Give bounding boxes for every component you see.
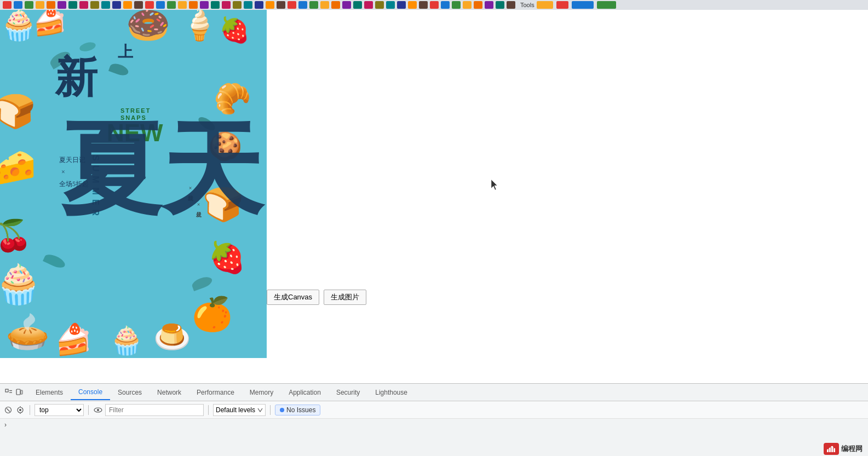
toolbar-icon: [200, 1, 209, 9]
toolbar-icon: [375, 1, 384, 9]
brand-text: 编程网: [841, 444, 863, 454]
toolbar-icon: [101, 1, 110, 9]
no-issues-dot: [280, 408, 284, 412]
tab-elements[interactable]: Elements: [28, 385, 71, 400]
console-filter-input[interactable]: [105, 404, 204, 416]
leaf-deco: [48, 49, 73, 69]
svg-rect-3: [16, 389, 20, 395]
leaf-deco: [43, 252, 67, 270]
svg-rect-13: [827, 449, 829, 452]
toolbar-icon: [386, 1, 395, 9]
toolbar-icon: [485, 1, 493, 9]
food-icecream: 🍦: [181, 10, 219, 43]
devtools-left-controls: [4, 388, 24, 397]
toolbar-icon: [452, 1, 461, 9]
console-chevron-icon: ›: [4, 421, 7, 429]
console-settings-icon[interactable]: [15, 405, 25, 415]
inspect-element-icon[interactable]: [4, 388, 13, 397]
tab-application[interactable]: Application: [281, 385, 329, 400]
food-berry: 🍓: [219, 15, 250, 44]
food-tart: 🥧: [5, 311, 50, 353]
poster-snaps-text: SNAPS: [120, 114, 147, 121]
toolbar-divider-2: [88, 405, 89, 415]
food-cherry: 🍒: [0, 218, 32, 253]
toolbar-icon: [320, 1, 329, 9]
svg-line-6: [7, 408, 10, 412]
toolbar-icon: [14, 1, 22, 9]
toolbar-icon: [537, 1, 553, 9]
poster-background: 🧁 🍰 🍩 🍦 🍓 🍞 🧀 🍒 🧁 🥧 🥐 🍪 🍞 🍓 🍊 🍰 🧁 🍮: [0, 10, 267, 358]
devtools-tabs-row: Elements Console Sources Network Perform…: [0, 384, 868, 401]
tab-performance[interactable]: Performance: [189, 385, 242, 400]
toolbar-icon: [47, 1, 55, 9]
console-levels-dropdown[interactable]: Default levels: [213, 404, 266, 416]
food-muffin: 🧁: [0, 10, 38, 43]
toolbar-icon: [496, 1, 504, 9]
svg-rect-4: [21, 390, 22, 394]
browser-toolbar: Tools: [0, 0, 868, 10]
toolbar-icon: [364, 1, 373, 9]
toolbar-icon: [266, 1, 274, 9]
no-issues-badge[interactable]: No Issues: [275, 405, 320, 415]
console-prompt: ›: [4, 421, 7, 429]
console-content-area: ›: [0, 419, 868, 456]
brand-logo: 编程网: [824, 443, 863, 455]
tab-lighthouse[interactable]: Lighthouse: [367, 385, 415, 400]
toolbar-icon: [572, 1, 594, 9]
device-toggle-icon[interactable]: [15, 388, 24, 397]
tab-console[interactable]: Console: [71, 385, 110, 400]
toolbar-icon: [353, 1, 362, 9]
poster-summer-text: SUMMER: [90, 155, 100, 220]
food-bottom2: 🧁: [110, 325, 143, 356]
toolbar-divider: [30, 405, 30, 415]
toolbar-icon: [79, 1, 88, 9]
console-visibility-icon[interactable]: [93, 405, 103, 415]
toolbar-tools-label: Tools: [520, 2, 534, 8]
food-bottom1: 🍰: [55, 322, 93, 357]
toolbar-icon: [189, 1, 198, 9]
tab-security[interactable]: Security: [329, 385, 367, 400]
svg-point-12: [97, 409, 99, 411]
leaf-deco: [79, 41, 97, 53]
food-roll: 🍞: [203, 185, 244, 224]
food-cookie: 🍪: [208, 130, 242, 162]
console-source-select[interactable]: top: [35, 404, 84, 416]
generate-image-button[interactable]: 生成图片: [324, 290, 366, 305]
toolbar-icon: [58, 1, 66, 9]
toolbar-icon: [244, 1, 252, 9]
toolbar-icon: [277, 1, 285, 9]
food-bottom3: 🍮: [153, 319, 191, 355]
toolbar-icon: [556, 1, 568, 9]
brand-icon: [824, 443, 839, 455]
tab-network[interactable]: Network: [150, 385, 189, 400]
toolbar-icon: [342, 1, 351, 9]
console-levels-label: Default levels: [216, 406, 255, 414]
toolbar-icon: [167, 1, 176, 9]
toolbar-icon: [331, 1, 340, 9]
toolbar-icon: [178, 1, 187, 9]
toolbar-icon: [222, 1, 231, 9]
generate-canvas-button[interactable]: 生成Canvas: [267, 290, 319, 305]
toolbar-icon: [597, 1, 616, 9]
toolbar-divider-4: [270, 405, 271, 415]
toolbar-icon: [123, 1, 132, 9]
tab-memory[interactable]: Memory: [242, 385, 281, 400]
toolbar-icon: [145, 1, 154, 9]
toolbar-icon: [397, 1, 406, 9]
toolbar-icon: [3, 1, 12, 9]
right-area: [267, 10, 868, 383]
clear-console-icon[interactable]: [3, 405, 13, 415]
tab-sources[interactable]: Sources: [110, 385, 150, 400]
poster-subtitle1: 夏天日记: [59, 153, 85, 166]
food-cake: 🍰: [33, 10, 67, 37]
leaf-deco: [191, 275, 214, 291]
poster-small-text1: ×我就是我: [186, 185, 194, 191]
poster-area: 🧁 🍰 🍩 🍦 🍓 🍞 🧀 🍒 🧁 🥧 🥐 🍪 🍞 🍓 🍊 🍰 🧁 🍮: [0, 10, 267, 383]
food-bread: 🍞: [0, 92, 36, 131]
toolbar-icon: [211, 1, 220, 9]
toolbar-icon: [134, 1, 143, 9]
svg-point-7: [19, 409, 21, 411]
toolbar-icon: [36, 1, 44, 9]
main-content: 🧁 🍰 🍩 🍦 🍓 🍞 🧀 🍒 🧁 🥧 🥐 🍪 🍞 🍓 🍊 🍰 🧁 🍮: [0, 10, 868, 383]
svg-rect-16: [833, 448, 835, 452]
